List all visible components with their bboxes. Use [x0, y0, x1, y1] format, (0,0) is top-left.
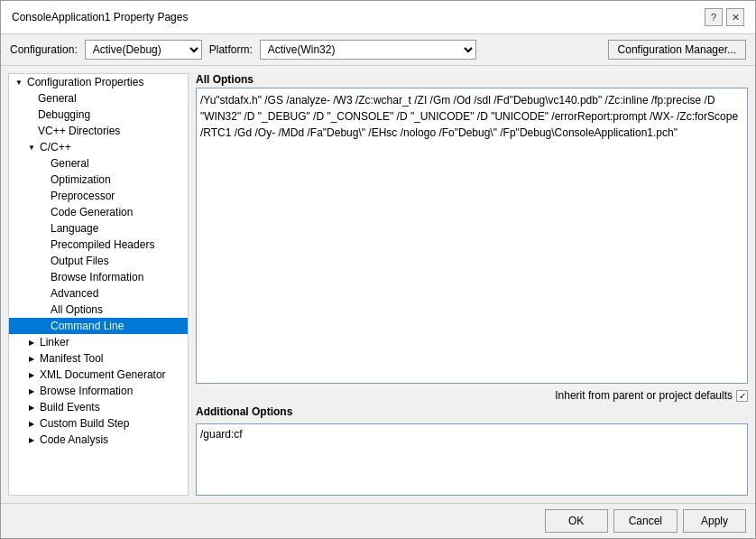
- close-button[interactable]: ✕: [726, 8, 744, 26]
- tree-item-label: All Options: [51, 303, 184, 316]
- tree-item-vc-directories[interactable]: VC++ Directories: [9, 123, 188, 139]
- tree-item-label: Configuration Properties: [27, 76, 184, 88]
- tree-item-linker[interactable]: ▶Linker: [9, 334, 188, 350]
- tree-item-code-analysis[interactable]: ▶Code Analysis: [9, 432, 188, 448]
- tree-item-label: Code Generation: [51, 206, 184, 218]
- title-bar-buttons: ? ✕: [705, 8, 744, 26]
- tree-item-label: Output Files: [51, 255, 184, 267]
- tree-item-label: Advanced: [51, 287, 184, 300]
- inherit-row: Inherit from parent or project defaults …: [196, 389, 748, 402]
- dialog-title: ConsoleApplication1 Property Pages: [12, 11, 188, 23]
- config-row: Configuration: Active(Debug) Platform: A…: [1, 34, 755, 66]
- tree-item-xml-document-generator[interactable]: ▶XML Document Generator: [9, 367, 188, 383]
- tree-item-label: General: [51, 157, 184, 170]
- inherit-checkbox[interactable]: ✓: [736, 390, 748, 402]
- expand-icon: ▼: [13, 76, 25, 88]
- cancel-button[interactable]: Cancel: [613, 509, 678, 533]
- tree-item-build-events[interactable]: ▶Build Events: [9, 399, 188, 415]
- tree-item-label: Debugging: [38, 108, 184, 121]
- right-panel: All Options /Yu"stdafx.h" /GS /analyze- …: [196, 73, 748, 496]
- tree-item-label: C/C++: [40, 141, 184, 153]
- tree-item-label: Precompiled Headers: [51, 238, 184, 251]
- config-dropdown[interactable]: Active(Debug): [85, 40, 202, 60]
- tree-item-configuration-properties[interactable]: ▼Configuration Properties: [9, 74, 188, 90]
- expand-icon: ▶: [25, 352, 38, 365]
- tree-item-label: VC++ Directories: [38, 125, 184, 137]
- tree-item-general[interactable]: General: [9, 90, 188, 107]
- platform-label: Platform:: [209, 43, 253, 56]
- tree-item-advanced-cc[interactable]: Advanced: [9, 285, 188, 302]
- expand-icon: ▶: [25, 417, 38, 430]
- all-options-box[interactable]: /Yu"stdafx.h" /GS /analyze- /W3 /Zc:wcha…: [196, 88, 748, 384]
- tree-item-label: Build Events: [40, 401, 184, 414]
- tree-item-label: XML Document Generator: [40, 368, 184, 381]
- additional-options-box[interactable]: /guard:cf: [196, 423, 748, 496]
- tree-item-label: Linker: [40, 336, 184, 348]
- help-button[interactable]: ?: [705, 8, 723, 26]
- dialog: ConsoleApplication1 Property Pages ? ✕ C…: [0, 0, 756, 539]
- tree-item-label: Code Analysis: [40, 433, 184, 446]
- expand-icon: ▼: [25, 141, 38, 153]
- tree-item-c-cpp[interactable]: ▼C/C++: [9, 139, 188, 155]
- expand-icon: ▶: [25, 433, 38, 446]
- tree-item-label: Custom Build Step: [40, 417, 184, 430]
- tree-item-label: Command Line: [51, 320, 184, 332]
- expand-icon: ▶: [25, 336, 38, 348]
- tree-item-cc-general[interactable]: General: [9, 155, 188, 172]
- tree-item-output-files[interactable]: Output Files: [9, 253, 188, 269]
- tree-item-label: Optimization: [51, 173, 184, 186]
- tree-item-preprocessor[interactable]: Preprocessor: [9, 188, 188, 204]
- tree-item-debugging[interactable]: Debugging: [9, 107, 188, 123]
- tree-item-browse-information[interactable]: ▶Browse Information: [9, 383, 188, 399]
- config-label: Configuration:: [10, 43, 78, 56]
- tree-item-code-generation[interactable]: Code Generation: [9, 204, 188, 220]
- tree-item-precompiled-headers[interactable]: Precompiled Headers: [9, 237, 188, 253]
- inherit-label: Inherit from parent or project defaults: [555, 389, 733, 402]
- tree-item-all-options[interactable]: All Options: [9, 302, 188, 318]
- additional-options-label: Additional Options: [196, 405, 748, 418]
- tree-item-command-line[interactable]: Command Line: [9, 318, 188, 334]
- tree-item-optimization[interactable]: Optimization: [9, 172, 188, 188]
- config-manager-button[interactable]: Configuration Manager...: [608, 40, 746, 60]
- tree-item-label: Preprocessor: [51, 190, 184, 202]
- tree-item-label: Browse Information: [51, 271, 184, 283]
- main-content: ▼Configuration PropertiesGeneralDebuggin…: [1, 66, 755, 503]
- ok-button[interactable]: OK: [545, 509, 608, 533]
- all-options-label: All Options: [196, 73, 748, 86]
- tree-item-custom-build-step[interactable]: ▶Custom Build Step: [9, 415, 188, 432]
- left-panel: ▼Configuration PropertiesGeneralDebuggin…: [8, 73, 189, 496]
- tree-item-label: General: [38, 92, 184, 105]
- tree-item-language[interactable]: Language: [9, 220, 188, 237]
- tree-item-browse-information-cc[interactable]: Browse Information: [9, 269, 188, 285]
- title-bar: ConsoleApplication1 Property Pages ? ✕: [1, 1, 755, 34]
- tree-item-manifest-tool[interactable]: ▶Manifest Tool: [9, 350, 188, 367]
- expand-icon: ▶: [25, 368, 38, 381]
- platform-dropdown[interactable]: Active(Win32): [260, 40, 476, 60]
- bottom-buttons: OK Cancel Apply: [1, 503, 755, 538]
- tree-item-label: Browse Information: [40, 385, 184, 397]
- tree-item-label: Language: [51, 222, 184, 235]
- all-options-section: All Options /Yu"stdafx.h" /GS /analyze- …: [196, 73, 748, 384]
- expand-icon: ▶: [25, 401, 38, 414]
- tree-item-label: Manifest Tool: [40, 352, 184, 365]
- apply-button[interactable]: Apply: [683, 509, 746, 533]
- expand-icon: ▶: [25, 385, 38, 397]
- additional-options-section: Inherit from parent or project defaults …: [196, 389, 748, 496]
